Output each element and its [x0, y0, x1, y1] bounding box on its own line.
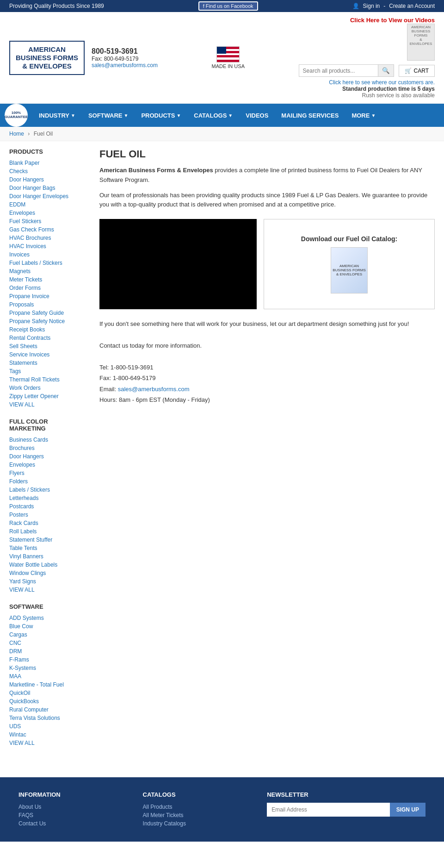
fax-number: Fax: 800-649-5179 [92, 56, 158, 62]
sidebar-item[interactable]: Tags [9, 367, 90, 375]
sidebar-item[interactable]: Proposals [9, 300, 90, 309]
sidebar-item[interactable]: Marketline - Total Fuel [9, 681, 90, 689]
sidebar-item[interactable]: Fuel Labels / Stickers [9, 259, 90, 267]
sidebar-item[interactable]: Work Orders [9, 384, 90, 392]
sidebar-item[interactable]: HVAC Invoices [9, 242, 90, 250]
sidebar-item[interactable]: Door Hangers [9, 175, 90, 184]
sidebar-item[interactable]: Posters [9, 511, 90, 519]
sidebar-item[interactable]: QuickOil [9, 689, 90, 697]
sidebar-item[interactable]: Business Cards [9, 436, 90, 444]
sidebar-item[interactable]: K-Systems [9, 664, 90, 672]
sidebar-item[interactable]: Roll Labels [9, 527, 90, 536]
sidebar-item[interactable]: Zippy Letter Opener [9, 392, 90, 400]
sidebar-item[interactable]: MAA [9, 672, 90, 681]
sidebar-item[interactable]: QuickBooks [9, 697, 90, 706]
sidebar-item[interactable]: DRM [9, 647, 90, 656]
search-button[interactable]: 🔍 [378, 65, 394, 76]
sidebar-item[interactable]: Terra Vista Solutions [9, 714, 90, 722]
sidebar-item[interactable]: Yard Signs [9, 577, 90, 586]
sidebar-item[interactable]: Propane Safety Guide [9, 309, 90, 317]
sidebar-software-links: ADD SystemsBlue CowCargasCNCDRMF-RamsK-S… [9, 614, 90, 747]
sidebar-item[interactable]: UDS [9, 722, 90, 731]
sidebar-item[interactable]: Cargas [9, 631, 90, 639]
nav-mailing-services[interactable]: MAILING SERVICES [275, 105, 345, 126]
nav-industry[interactable]: INDUSTRY ▼ [32, 105, 82, 126]
sidebar-item[interactable]: EDDM [9, 200, 90, 209]
sidebar-item[interactable]: Blank Paper [9, 159, 90, 167]
nav-products[interactable]: PRODUCTS ▼ [135, 105, 187, 126]
nav-software[interactable]: SOFTWARE ▼ [82, 105, 135, 126]
sidebar-item[interactable]: Vinyl Banners [9, 552, 90, 561]
sidebar-item[interactable]: Door Hangers [9, 452, 90, 461]
sidebar-item[interactable]: Propane Safety Notice [9, 317, 90, 325]
sidebar-item[interactable]: ADD Systems [9, 614, 90, 622]
sidebar-products-links: Blank PaperChecksDoor HangersDoor Hanger… [9, 159, 90, 409]
sidebar-item[interactable]: Door Hanger Bags [9, 184, 90, 192]
footer-link[interactable]: All Products [143, 803, 249, 811]
footer-link[interactable]: All Meter Tickets [143, 811, 249, 819]
sidebar-item[interactable]: Labels / Stickers [9, 486, 90, 494]
footer-link[interactable]: Contact Us [18, 819, 124, 828]
facebook-link[interactable]: f Find us on Facebook [198, 3, 258, 9]
sidebar-item[interactable]: Statements [9, 359, 90, 367]
sidebar-item[interactable]: Sell Sheets [9, 342, 90, 350]
sidebar-item[interactable]: Statement Stuffer [9, 536, 90, 544]
sidebar-item[interactable]: Postcards [9, 502, 90, 511]
sidebar-item[interactable]: F-Rams [9, 656, 90, 664]
sidebar-item[interactable]: Invoices [9, 250, 90, 259]
sidebar-item[interactable]: VIEW ALL [9, 400, 90, 409]
footer-link[interactable]: FAQS [18, 811, 124, 819]
sidebar-item[interactable]: Gas Check Forms [9, 225, 90, 234]
where-customers-link[interactable]: Click here to see where our customers ar… [329, 79, 435, 86]
breadcrumb-home[interactable]: Home [9, 131, 24, 137]
search-input[interactable] [299, 65, 378, 76]
email-link[interactable]: sales@amerbusforms.com [92, 62, 158, 69]
sidebar-item[interactable]: Flyers [9, 469, 90, 477]
nav-videos[interactable]: VIDEOS [239, 105, 275, 126]
sidebar-item[interactable]: Thermal Roll Tickets [9, 375, 90, 384]
sidebar-item[interactable]: Meter Tickets [9, 275, 90, 284]
sidebar-item[interactable]: CNC [9, 639, 90, 647]
sidebar-item[interactable]: Propane Invoice [9, 292, 90, 300]
sidebar-item[interactable]: Fuel Stickers [9, 217, 90, 225]
click-videos-link[interactable]: Click Here to View our Videos [299, 17, 435, 24]
email-label: Email: [99, 386, 118, 393]
facebook-icon[interactable]: f Find us on Facebook [198, 1, 258, 11]
newsletter-signup-button[interactable]: SIGN UP [390, 803, 426, 817]
contact-email-link[interactable]: sales@amerbusforms.com [118, 386, 190, 393]
sidebar-item[interactable]: Window Clings [9, 569, 90, 577]
sidebar-item[interactable]: Brochures [9, 444, 90, 452]
sidebar-item[interactable]: VIEW ALL [9, 586, 90, 594]
sidebar-item[interactable]: Envelopes [9, 461, 90, 469]
sidebar-item[interactable]: Envelopes [9, 209, 90, 217]
sidebar-item[interactable]: Rack Cards [9, 519, 90, 527]
sidebar-item[interactable]: Water Bottle Labels [9, 561, 90, 569]
signin-link[interactable]: Sign in [363, 3, 380, 9]
sidebar-item[interactable]: Order Forms [9, 284, 90, 292]
sidebar-item[interactable]: Rural Computer [9, 706, 90, 714]
sidebar-item[interactable]: Folders [9, 477, 90, 486]
nav-more[interactable]: MORE ▼ [345, 105, 382, 126]
sidebar-item[interactable]: Table Tents [9, 544, 90, 552]
cart-button[interactable]: 🛒 CART [399, 65, 435, 77]
video-player[interactable] [99, 219, 257, 309]
sidebar-item[interactable]: Wintac [9, 731, 90, 739]
nav-catalogs[interactable]: CATALOGS ▼ [187, 105, 239, 126]
sidebar-item[interactable]: HVAC Brochures [9, 234, 90, 242]
footer-link[interactable]: About Us [18, 803, 124, 811]
sidebar: PRODUCTS Blank PaperChecksDoor HangersDo… [9, 148, 90, 756]
sidebar-item[interactable]: Blue Cow [9, 622, 90, 631]
sidebar-item[interactable]: Receipt Books [9, 325, 90, 334]
footer-link[interactable]: Industry Catalogs [143, 819, 249, 828]
sidebar-item[interactable]: Magnets [9, 267, 90, 275]
newsletter-email-input[interactable] [267, 803, 390, 817]
create-account-link[interactable]: Create an Account [389, 3, 435, 9]
sidebar-item[interactable]: VIEW ALL [9, 739, 90, 747]
sidebar-item[interactable]: Rental Contracts [9, 334, 90, 342]
sidebar-item[interactable]: Letterheads [9, 494, 90, 502]
sidebar-item[interactable]: Door Hanger Envelopes [9, 192, 90, 200]
sidebar-item[interactable]: Checks [9, 167, 90, 175]
footer-information-title: INFORMATION [18, 791, 124, 798]
catalog-thumb-large[interactable]: AMERICAN BUSINESS FORMS & ENVELOPES [331, 247, 368, 293]
sidebar-item[interactable]: Service Invoices [9, 350, 90, 359]
